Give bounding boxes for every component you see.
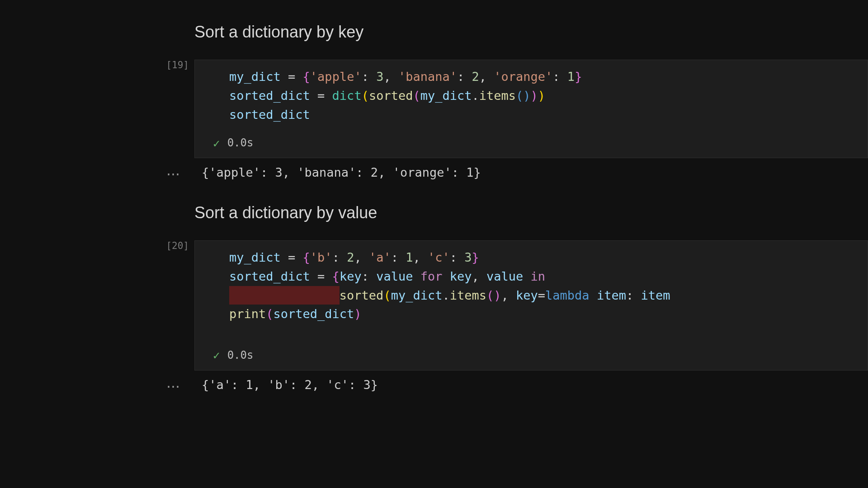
cell-output: ⋯ {'apple': 3, 'banana': 2, 'orange': 1} xyxy=(0,165,868,181)
cell-status-bar: ✓ 0.0s xyxy=(195,342,868,370)
code-content[interactable]: my_dict = {'b': 2, 'a': 1, 'c': 3} sorte… xyxy=(195,241,868,342)
code-cell[interactable]: [20] my_dict = {'b': 2, 'a': 1, 'c': 3} … xyxy=(0,240,868,371)
execution-count: [19] xyxy=(166,60,189,70)
output-text: {'apple': 3, 'banana': 2, 'orange': 1} xyxy=(194,165,481,179)
output-text: {'a': 1, 'b': 2, 'c': 3} xyxy=(194,378,378,392)
code-cell[interactable]: [19] my_dict = {'apple': 3, 'banana': 2,… xyxy=(0,60,868,158)
output-collapse-icon[interactable]: ⋯ xyxy=(0,378,194,393)
notebook-view: Sort a dictionary by key [19] my_dict = … xyxy=(0,0,868,393)
markdown-heading: Sort a dictionary by value xyxy=(194,203,868,222)
execution-count: [20] xyxy=(166,240,189,251)
code-editor[interactable]: my_dict = {'apple': 3, 'banana': 2, 'ora… xyxy=(194,60,868,158)
cell-output: ⋯ {'a': 1, 'b': 2, 'c': 3} xyxy=(0,378,868,393)
code-editor[interactable]: my_dict = {'b': 2, 'a': 1, 'c': 3} sorte… xyxy=(194,240,868,371)
execution-time: 0.0s xyxy=(227,347,254,364)
success-check-icon: ✓ xyxy=(213,346,220,364)
cell-status-bar: ✓ 0.0s xyxy=(195,130,868,158)
code-content[interactable]: my_dict = {'apple': 3, 'banana': 2, 'ora… xyxy=(195,60,868,130)
success-check-icon: ✓ xyxy=(213,134,220,152)
output-collapse-icon[interactable]: ⋯ xyxy=(0,165,194,181)
markdown-heading: Sort a dictionary by key xyxy=(194,23,868,42)
execution-time: 0.0s xyxy=(227,135,254,151)
